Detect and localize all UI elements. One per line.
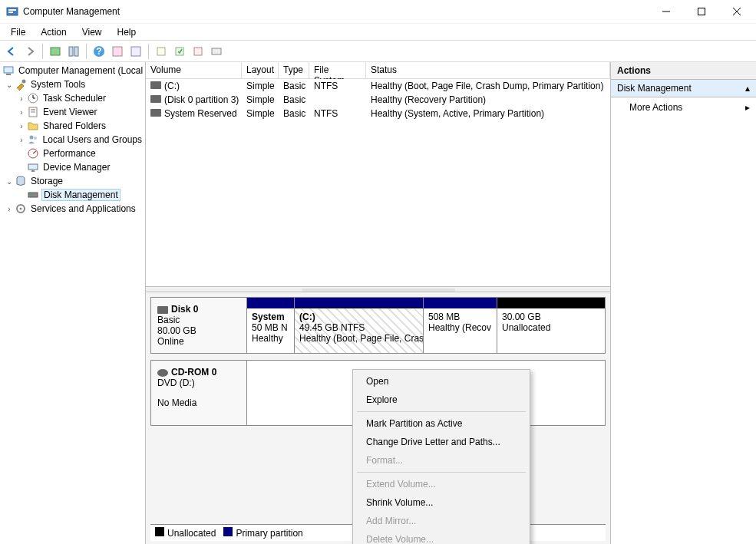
cm-change-letter[interactable]: Change Drive Letter and Paths...: [355, 433, 527, 451]
expand-icon[interactable]: ›: [17, 122, 26, 130]
tb-icon-5[interactable]: [153, 43, 170, 60]
svg-rect-13: [131, 47, 140, 56]
svg-point-20: [22, 80, 26, 84]
close-button[interactable]: [719, 0, 754, 23]
tb-icon-2[interactable]: [65, 43, 82, 60]
tree-device-manager[interactable]: Device Manager: [0, 160, 145, 174]
menu-help[interactable]: Help: [111, 25, 143, 39]
users-icon: [27, 134, 39, 146]
svg-rect-18: [4, 67, 13, 73]
toolbar-separator: [86, 44, 87, 59]
actions-header: Actions: [611, 62, 756, 80]
tree-event-viewer[interactable]: › Event Viewer: [0, 105, 145, 119]
cm-separator: [357, 472, 526, 473]
svg-rect-4: [698, 8, 705, 15]
services-icon: [15, 203, 27, 215]
collapse-icon[interactable]: ⌄: [5, 177, 14, 186]
tb-icon-3[interactable]: [109, 43, 126, 60]
context-menu: Open Explore Mark Partition as Active Ch…: [352, 369, 530, 544]
disk-info[interactable]: CD-ROM 0 DVD (D:) No Media: [151, 361, 247, 425]
tree-shared-folders[interactable]: › Shared Folders: [0, 119, 145, 133]
actions-pane: Actions Disk Management ▴ More Actions ▸: [611, 62, 756, 544]
svg-rect-34: [28, 193, 38, 197]
disk-icon: [27, 189, 39, 201]
tree-root[interactable]: Computer Management (Local: [0, 64, 145, 77]
disk-row-disk0: Disk 0 Basic 80.00 GB Online System 50 M…: [150, 297, 606, 354]
actions-section-disk-management[interactable]: Disk Management ▴: [611, 80, 756, 97]
svg-text:?: ?: [96, 46, 101, 57]
partition-unallocated[interactable]: 30.00 GB Unallocated: [497, 298, 605, 353]
svg-rect-12: [113, 47, 122, 56]
tree-services[interactable]: › Services and Applications: [0, 202, 145, 216]
tools-icon: [15, 78, 27, 91]
toolbar: ?: [0, 41, 756, 62]
volume-row[interactable]: System Reserved Simple Basic NTFS Health…: [146, 107, 610, 120]
cm-explore[interactable]: Explore: [355, 391, 527, 409]
cm-mark-active[interactable]: Mark Partition as Active: [355, 414, 527, 433]
back-button[interactable]: [3, 43, 20, 60]
forward-button[interactable]: [21, 43, 38, 60]
svg-rect-9: [74, 47, 78, 56]
legend-swatch-primary: [223, 527, 233, 536]
computer-icon: [2, 64, 15, 77]
tree-performance[interactable]: Performance: [0, 147, 145, 160]
volume-icon: [150, 95, 161, 103]
folder-icon: [27, 120, 39, 132]
cdrom-icon: [157, 369, 168, 377]
toolbar-separator: [42, 44, 43, 59]
cm-open[interactable]: Open: [355, 372, 527, 391]
partition-header: [424, 298, 497, 308]
cm-extend: Extend Volume...: [355, 475, 527, 493]
tb-icon-4[interactable]: [127, 43, 144, 60]
partition-header: [497, 298, 605, 308]
tb-icon-1[interactable]: [47, 43, 64, 60]
svg-rect-19: [6, 74, 11, 75]
volume-list-header: Volume Layout Type File System Status: [146, 62, 610, 79]
col-volume[interactable]: Volume: [146, 62, 242, 78]
event-icon: [27, 106, 39, 118]
volume-list: (C:) Simple Basic NTFS Healthy (Boot, Pa…: [146, 79, 610, 286]
col-type[interactable]: Type: [279, 62, 309, 78]
svg-rect-2: [8, 12, 13, 13]
performance-icon: [27, 147, 39, 160]
tree-task-scheduler[interactable]: › Task Scheduler: [0, 91, 145, 105]
tb-icon-8[interactable]: [208, 43, 225, 60]
tree-system-tools[interactable]: ⌄ System Tools: [0, 77, 145, 91]
tb-icon-6[interactable]: [171, 43, 188, 60]
expand-icon[interactable]: ›: [17, 94, 26, 103]
chevron-right-icon: ▸: [745, 102, 750, 113]
actions-more[interactable]: More Actions ▸: [611, 97, 756, 117]
device-icon: [27, 161, 39, 173]
tree-storage[interactable]: ⌄ Storage: [0, 174, 145, 188]
menu-action[interactable]: Action: [35, 25, 72, 39]
collapse-icon[interactable]: ⌄: [5, 81, 14, 89]
volume-row[interactable]: (Disk 0 partition 3) Simple Basic Health…: [146, 93, 610, 107]
maximize-button[interactable]: [684, 0, 719, 23]
help-icon[interactable]: ?: [91, 43, 107, 60]
partition-c[interactable]: (C:) 49.45 GB NTFS Healthy (Boot, Page F…: [295, 298, 424, 353]
expand-icon[interactable]: ›: [5, 205, 14, 213]
partitions: System 50 MB N Healthy (C:) 49.45 GB NTF…: [247, 298, 605, 353]
menu-view[interactable]: View: [76, 25, 108, 39]
svg-rect-7: [51, 48, 60, 55]
partition-system[interactable]: System 50 MB N Healthy: [247, 298, 295, 353]
tree-local-users[interactable]: › Local Users and Groups: [0, 133, 145, 147]
svg-rect-8: [69, 47, 73, 56]
volume-row[interactable]: (C:) Simple Basic NTFS Healthy (Boot, Pa…: [146, 79, 610, 93]
col-filesystem[interactable]: File System: [309, 62, 366, 78]
expand-icon[interactable]: ›: [17, 108, 26, 117]
cm-shrink[interactable]: Shrink Volume...: [355, 493, 527, 512]
menu-file[interactable]: File: [5, 25, 31, 39]
tree-disk-management[interactable]: Disk Management: [0, 188, 145, 202]
tb-icon-7[interactable]: [190, 43, 206, 60]
horizontal-splitter[interactable]: [146, 286, 610, 292]
cm-add-mirror: Add Mirror...: [355, 512, 527, 530]
col-layout[interactable]: Layout: [242, 62, 279, 78]
app-icon: [6, 5, 18, 18]
partition-recovery[interactable]: 508 MB Healthy (Recov: [424, 298, 497, 353]
disk-info[interactable]: Disk 0 Basic 80.00 GB Online: [151, 298, 247, 353]
expand-icon[interactable]: ›: [17, 136, 26, 144]
svg-rect-1: [8, 9, 16, 11]
minimize-button[interactable]: [649, 0, 684, 23]
col-status[interactable]: Status: [366, 62, 610, 78]
